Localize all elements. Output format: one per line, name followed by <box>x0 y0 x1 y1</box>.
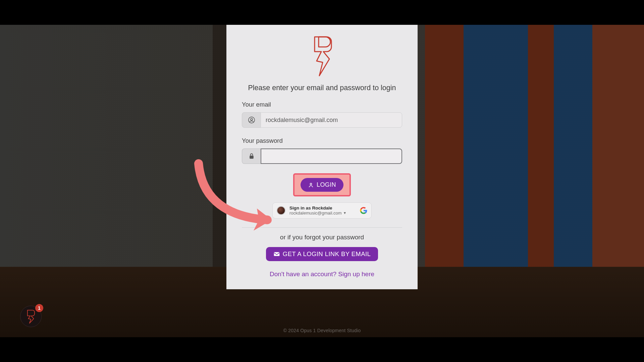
brand-logo <box>242 33 402 84</box>
login-subtitle: Please enter your email and password to … <box>242 84 402 92</box>
password-input[interactable] <box>261 148 402 164</box>
forgot-password-text: or if you forgot your password <box>242 234 402 241</box>
email-link-button-label: GET A LOGIN LINK BY EMAIL <box>283 250 371 258</box>
login-button[interactable]: LOGIN <box>301 178 343 192</box>
google-line2: rockdalemusic@gmail.com <box>289 211 342 216</box>
user-circle-icon <box>242 112 261 128</box>
svg-point-3 <box>310 183 312 185</box>
login-card: Please enter your email and password to … <box>226 25 418 289</box>
r-lightning-mini-icon <box>25 309 37 324</box>
corner-app-badge[interactable]: 1 <box>20 306 42 327</box>
google-line1: Sign in as Rockdale <box>289 205 356 211</box>
email-label: Your email <box>242 101 402 108</box>
login-button-label: LOGIN <box>317 181 336 188</box>
password-label: Your password <box>242 137 402 144</box>
email-link-button[interactable]: GET A LOGIN LINK BY EMAIL <box>266 247 378 261</box>
r-lightning-logo-icon <box>309 35 335 78</box>
avatar <box>277 206 285 215</box>
notification-badge: 1 <box>35 304 43 312</box>
password-input-group <box>242 148 402 164</box>
signup-link[interactable]: Don't have an account? Sign up here <box>242 270 402 278</box>
envelope-icon <box>273 251 280 257</box>
login-button-highlight: LOGIN <box>293 173 351 196</box>
chevron-down-icon: ▾ <box>344 211 346 216</box>
person-icon <box>308 182 314 188</box>
divider <box>242 227 402 228</box>
background-photo: Please enter your email and password to … <box>0 25 644 337</box>
svg-rect-4 <box>274 252 280 256</box>
google-g-icon <box>360 207 367 214</box>
svg-point-1 <box>251 118 253 120</box>
email-input-group <box>242 112 402 128</box>
email-input[interactable] <box>261 112 402 128</box>
google-signin-chip[interactable]: Sign in as Rockdale rockdalemusic@gmail.… <box>272 202 372 219</box>
svg-rect-2 <box>250 156 254 159</box>
lock-icon <box>242 148 261 164</box>
